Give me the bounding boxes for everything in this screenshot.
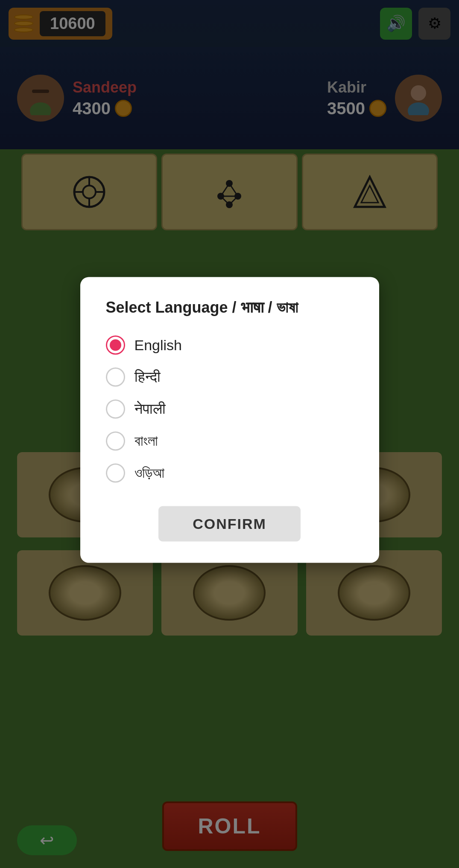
language-option-english[interactable]: English bbox=[106, 335, 354, 354]
confirm-button[interactable]: CONFIRM bbox=[158, 506, 301, 541]
radio-english-inner bbox=[110, 339, 121, 351]
radio-hindi[interactable] bbox=[106, 367, 125, 386]
radio-odia[interactable] bbox=[106, 463, 125, 482]
language-option-hindi[interactable]: हिन्दी bbox=[106, 367, 354, 386]
radio-nepali[interactable] bbox=[106, 399, 125, 418]
modal-title: Select Language / भाषा / ভাষা bbox=[106, 298, 354, 316]
language-option-odia[interactable]: ওড়িআ bbox=[106, 463, 354, 482]
language-label-hindi: हिन्दी bbox=[134, 369, 161, 386]
language-label-nepali: नेपाली bbox=[134, 401, 166, 418]
language-label-odia: ওড়িআ bbox=[134, 464, 164, 482]
language-modal: Select Language / भाषा / ভাষা English हि… bbox=[80, 277, 379, 563]
language-label-english: English bbox=[134, 337, 182, 353]
radio-bangla[interactable] bbox=[106, 431, 125, 450]
language-option-nepali[interactable]: नेपाली bbox=[106, 399, 354, 418]
language-option-bangla[interactable]: বাংলা bbox=[106, 431, 354, 450]
language-options: English हिन्दी नेपाली বাংলা ওড়িআ bbox=[106, 335, 354, 482]
language-label-bangla: বাংলা bbox=[134, 433, 158, 450]
radio-english[interactable] bbox=[106, 335, 125, 354]
